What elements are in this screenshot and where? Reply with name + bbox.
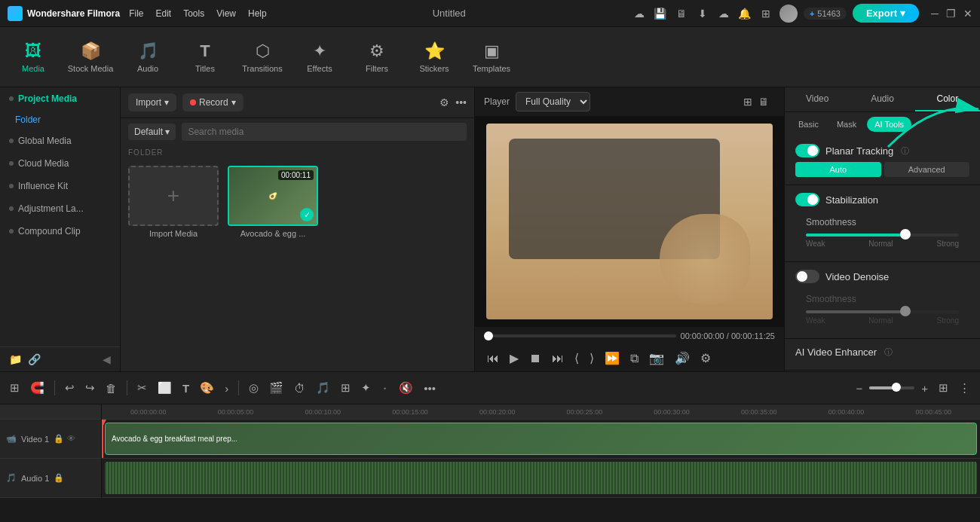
eye-icon[interactable]: 👁 <box>67 434 75 444</box>
text-button[interactable]: T <box>179 379 193 398</box>
maximize-button[interactable]: ❐ <box>946 8 956 20</box>
download-icon[interactable]: ⬇ <box>695 6 710 21</box>
video-media-item[interactable]: 🥑 00:00:11 ✓ Avocado & egg ... <box>228 166 318 238</box>
progress-thumb[interactable] <box>484 331 493 340</box>
tool-titles[interactable]: T Titles <box>178 30 232 84</box>
cloud-icon[interactable]: ☁ <box>632 6 647 21</box>
crop-button[interactable]: ⬜ <box>154 378 176 398</box>
menu-view[interactable]: View <box>216 8 236 19</box>
magnet-button[interactable]: 🧲 <box>26 378 48 398</box>
audio-edit-button[interactable]: 🎵 <box>312 378 334 398</box>
stop-button[interactable]: ⏹ <box>526 349 544 368</box>
apps-icon[interactable]: ⊞ <box>758 6 773 21</box>
grid-layout-button[interactable]: ⊞ <box>935 378 952 398</box>
tool-templates[interactable]: ▣ Templates <box>464 30 519 84</box>
sidebar-item-cloud-media[interactable]: Cloud Media <box>0 152 120 175</box>
close-button[interactable]: ✕ <box>963 8 972 20</box>
video-clip[interactable]: Avocado & egg breakfast meal prep... <box>105 423 977 455</box>
sidebar-item-influence-kit[interactable]: Influence Kit <box>0 175 120 197</box>
new-folder-icon[interactable]: 📁 <box>9 353 22 365</box>
grid-icon[interactable]: ⊞ <box>743 96 752 108</box>
avatar[interactable] <box>779 5 798 23</box>
cloud2-icon[interactable]: ☁ <box>716 6 731 21</box>
import-button[interactable]: Import ▾ <box>128 93 176 111</box>
cut-button[interactable]: ✂ <box>133 378 151 398</box>
color-button[interactable]: 🎨 <box>196 378 218 398</box>
next-frame-button[interactable]: ⏭ <box>549 349 567 368</box>
link-icon[interactable]: 🔗 <box>28 353 41 365</box>
sidebar-item-compound-clip[interactable]: Compound Clip <box>0 220 120 243</box>
more-options-icon[interactable]: ••• <box>455 96 467 108</box>
menu-edit[interactable]: Edit <box>155 8 171 19</box>
tool-transitions[interactable]: ⬡ Transitions <box>235 30 289 84</box>
progress-bar[interactable] <box>484 334 676 337</box>
advanced-button[interactable]: Advanced <box>884 162 970 177</box>
save-icon[interactable]: 💾 <box>653 6 668 21</box>
sidebar-item-project-media[interactable]: Project Media <box>0 87 120 110</box>
tool-audio[interactable]: 🎵 Audio <box>121 30 175 84</box>
tool-effects[interactable]: ✦ Effects <box>292 30 347 84</box>
slider-thumb-1[interactable] <box>900 229 911 240</box>
mark-out-button[interactable]: ⟩ <box>586 348 597 368</box>
silence-detect-button[interactable]: 🔇 <box>395 378 417 398</box>
zoom-out-button[interactable]: − <box>852 379 866 398</box>
speed-button[interactable]: ⏱ <box>290 379 309 398</box>
monitor-icon[interactable]: 🖥 <box>674 6 689 21</box>
undo-button[interactable]: ↩ <box>61 378 78 398</box>
multicam-button[interactable]: ⊞ <box>337 378 354 398</box>
audio-lock-icon[interactable]: 🔒 <box>54 473 64 483</box>
tool-stickers[interactable]: ⭐ Stickers <box>407 30 461 84</box>
sidebar-item-global-media[interactable]: Global Media <box>0 130 120 152</box>
play-button[interactable]: ▶ <box>507 348 522 368</box>
search-input[interactable] <box>182 123 467 141</box>
zoom-thumb[interactable] <box>892 383 901 392</box>
import-media-item[interactable]: + Import Media <box>128 166 219 238</box>
tool-filters[interactable]: ⚙ Filters <box>350 30 404 84</box>
zoom-in-button[interactable]: + <box>917 379 932 398</box>
audio-clip[interactable] <box>105 462 977 494</box>
redo-button[interactable]: ↪ <box>81 378 99 398</box>
tool-stock-media[interactable]: 📦 Stock Media <box>63 30 118 84</box>
bell-icon[interactable]: 🔔 <box>737 6 752 21</box>
tool-media[interactable]: 🖼 Media <box>6 30 60 84</box>
menu-help[interactable]: Help <box>248 8 267 19</box>
options-button[interactable]: ⋮ <box>955 378 974 398</box>
auto-button[interactable]: Auto <box>795 162 881 177</box>
video-denoise-toggle[interactable] <box>795 270 819 283</box>
smoothness-slider-2[interactable] <box>806 310 959 313</box>
snap-button[interactable]: ⊞ <box>6 378 23 398</box>
ai-button[interactable]: ✦ <box>357 378 375 398</box>
subtab-mask[interactable]: Mask <box>829 117 864 132</box>
sidebar-item-adjustment-layer[interactable]: Adjustment La... <box>0 197 120 220</box>
fullscreen-icon[interactable]: 🖥 <box>758 96 769 108</box>
mark-in-button[interactable]: ⟨ <box>571 348 582 368</box>
forward-button[interactable]: ⏩ <box>602 348 623 368</box>
menu-file[interactable]: File <box>129 8 143 19</box>
zoom-slider[interactable] <box>869 386 914 389</box>
subtitle-button[interactable]: ⬞ <box>378 379 392 398</box>
volume-button[interactable]: 🔊 <box>672 348 693 368</box>
points-badge[interactable]: + 51463 <box>804 8 847 20</box>
sidebar-folder[interactable]: Folder <box>0 110 120 130</box>
default-select[interactable]: Default ▾ <box>128 124 176 140</box>
keyframe-button[interactable]: ◎ <box>245 378 262 398</box>
tab-video[interactable]: Video <box>785 87 850 111</box>
menu-tools[interactable]: Tools <box>183 8 204 19</box>
lock-icon[interactable]: 🔒 <box>54 434 64 444</box>
record-button[interactable]: Record ▾ <box>182 93 243 111</box>
delete-button[interactable]: 🗑 <box>102 379 121 398</box>
prev-frame-button[interactable]: ⏮ <box>484 349 502 368</box>
snapshot-button[interactable]: 📷 <box>646 348 667 368</box>
clip-button[interactable]: 🎬 <box>265 378 287 398</box>
ai-enhancer-info-icon[interactable]: ⓘ <box>884 346 893 358</box>
more2-button[interactable]: ••• <box>420 379 439 398</box>
filter-icon[interactable]: ⚙ <box>439 96 449 108</box>
more-edit-button[interactable]: › <box>221 379 232 398</box>
smoothness-slider-1[interactable] <box>806 234 959 237</box>
quality-select[interactable]: Full Quality <box>516 92 590 111</box>
minimize-button[interactable]: ─ <box>931 8 939 20</box>
settings-button[interactable]: ⚙ <box>697 348 714 368</box>
subtab-basic[interactable]: Basic <box>791 117 826 132</box>
picture-in-picture-button[interactable]: ⧉ <box>627 349 642 368</box>
stabilization-toggle[interactable] <box>795 193 819 206</box>
